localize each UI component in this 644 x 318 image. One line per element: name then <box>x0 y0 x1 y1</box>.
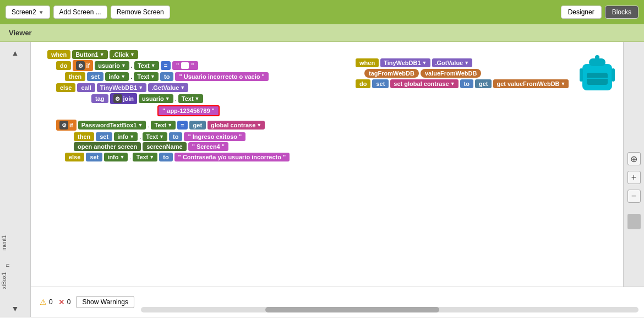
tag-block: tag <box>91 94 108 103</box>
then-block-1: then <box>65 72 85 81</box>
text-selector-1[interactable]: Text ▼ <box>134 61 159 70</box>
wrong-password-string[interactable]: " Contraseña y/o usuario incorrecto " <box>174 153 290 161</box>
call-block[interactable]: call <box>77 83 95 92</box>
to-block-4: to <box>460 79 473 88</box>
click-selector[interactable]: .Click ▼ <box>110 50 138 59</box>
secondary-block-group: when TinyWebDB1 ▼ .GotValue ▼ tagFromWeb… <box>356 58 569 89</box>
do-block-2: do <box>356 79 370 88</box>
h-scrollbar[interactable] <box>141 307 638 312</box>
to-block-2: to <box>169 132 182 141</box>
screen-name-block: screenName <box>143 142 186 151</box>
usuario-incorrecto-string[interactable]: " Usuario incorrecto o vacio " <box>175 72 268 81</box>
zoom-out-icon[interactable]: − <box>627 190 641 203</box>
to-block-3: to <box>159 153 172 161</box>
then-row-2: then set info ▼ . Text ▼ to <box>74 132 290 141</box>
trash-icon[interactable] <box>627 214 641 229</box>
viewer-header: Viewer <box>0 24 644 42</box>
do-row: do ⚙ if usuario ▼ . Text ▼ <box>56 60 290 71</box>
ingreso-exitoso-string[interactable]: " Ingreso exitoso " <box>184 132 245 141</box>
tinywebdb-selector-1[interactable]: TinyWebDB1 ▼ <box>97 83 146 92</box>
usuario-selector[interactable]: usuario ▼ <box>95 61 129 70</box>
usuario-selector-2[interactable]: usuario ▼ <box>139 94 173 103</box>
gear-icon[interactable]: ⚙ <box>76 61 85 70</box>
crosshair-icon[interactable]: ⊕ <box>627 152 641 165</box>
svg-rect-6 <box>612 68 615 82</box>
remove-screen-button[interactable]: Remove Screen <box>111 6 170 19</box>
global-contrase-selector[interactable]: global contrase ▼ <box>208 121 265 130</box>
when-button-row: when Button1 ▼ .Click ▼ <box>47 50 290 59</box>
text-selector-6[interactable]: Text ▼ <box>133 153 157 161</box>
then-row-1: then set info ▼ . Text ▼ to <box>65 72 290 81</box>
info-selector-2[interactable]: info ▼ <box>114 132 138 141</box>
then-block-2: then <box>74 132 94 141</box>
app-id-block[interactable]: " app-123456789 " <box>157 105 220 116</box>
info-selector-3[interactable]: info ▼ <box>104 153 128 161</box>
screen2-button[interactable]: Screen2 ▼ <box>6 6 50 19</box>
text-selector-4[interactable]: Text ▼ <box>151 121 176 130</box>
else-block-2: else <box>65 153 84 161</box>
dot-sep-3: . <box>175 95 177 102</box>
empty-string-1[interactable]: " " <box>172 61 198 70</box>
dot-sep-1: . <box>131 62 133 69</box>
when-tinywebdb-row: when TinyWebDB1 ▼ .GotValue ▼ <box>356 58 569 67</box>
dot-sep-4: . <box>148 122 149 128</box>
open-another-screen-block[interactable]: open another screen <box>74 142 141 151</box>
button1-selector[interactable]: Button1 ▼ <box>72 50 107 59</box>
if-password-row: ⚙ if PasswordTextBox1 ▼ . Text ▼ = <box>56 120 290 131</box>
tag-from-web-pill[interactable]: tagFromWebDB <box>364 69 419 78</box>
h-scrollbar-thumb[interactable] <box>265 307 439 312</box>
join-block[interactable]: ⚙ join <box>110 93 138 104</box>
dot-sep-2: . <box>130 73 132 80</box>
set-block-3[interactable]: set <box>86 153 102 161</box>
tag-value-params-row: tagFromWebDB valueFromWebDB <box>364 69 569 78</box>
text-selector-5[interactable]: Text ▼ <box>143 132 167 141</box>
toolbar: Screen2 ▼ Add Screen ... Remove Screen D… <box>0 0 644 24</box>
get-value-from-web-selector[interactable]: get valueFromWebDB ▼ <box>493 79 569 88</box>
get-block-2[interactable]: get <box>475 79 492 88</box>
open-screen-row: open another screen screenName " Screen4… <box>74 142 290 151</box>
backpack-icon <box>578 53 616 97</box>
to-block-1: to <box>160 72 173 81</box>
canvas-area: when Button1 ▼ .Click ▼ do <box>31 42 644 317</box>
if-block-2[interactable]: ⚙ if <box>56 120 77 131</box>
if-block[interactable]: ⚙ if <box>73 60 93 71</box>
tinywebdb-selector-2[interactable]: TinyWebDB1 ▼ <box>380 58 430 67</box>
text-selector-3[interactable]: Text ▼ <box>178 94 203 103</box>
add-screen-button[interactable]: Add Screen ... <box>53 6 107 19</box>
global-contrase-selector-2[interactable]: set global contrase ▼ <box>390 79 458 88</box>
left-sidebar: ▲ ment1 n xtBox1 ▼ <box>0 42 31 317</box>
value-from-web-pill[interactable]: valueFromWebDB <box>421 69 482 78</box>
text-selector-2[interactable]: Text ▼ <box>134 72 159 81</box>
equals-block-2[interactable]: = <box>177 121 187 130</box>
info-selector-1[interactable]: info ▼ <box>105 72 129 81</box>
else-row-1: else call TinyWebDB1 ▼ .GetValue ▼ <box>56 83 290 92</box>
show-warnings-button[interactable]: Show Warnings <box>76 296 134 308</box>
svg-rect-1 <box>589 58 605 66</box>
scroll-down[interactable]: ▼ <box>10 303 21 314</box>
screen4-string[interactable]: " Screen4 " <box>188 142 228 151</box>
app-id-row: " app-123456789 " <box>157 105 290 116</box>
dot-sep-5: . <box>139 133 141 140</box>
dot-sep-6: . <box>129 154 131 160</box>
zoom-in-icon[interactable]: + <box>627 171 641 184</box>
get-block[interactable]: get <box>189 121 206 130</box>
when-block[interactable]: when <box>47 50 70 59</box>
bottom-bar: ⚠ 0 ✕ 0 Show Warnings <box>31 287 644 317</box>
set-block-4[interactable]: set <box>372 79 389 88</box>
left-label-2: n <box>4 264 10 267</box>
gotvalue-selector[interactable]: .GotValue ▼ <box>432 58 473 67</box>
gear-icon-2[interactable]: ⚙ <box>113 94 122 103</box>
set-block-1[interactable]: set <box>87 72 103 81</box>
else-row-2: else set info ▼ . Text ▼ to <box>65 153 290 161</box>
getvalue-selector[interactable]: .GetValue ▼ <box>148 83 188 92</box>
scroll-up[interactable]: ▲ <box>10 47 21 58</box>
do-block: do <box>56 61 71 70</box>
password-selector[interactable]: PasswordTextBox1 ▼ <box>78 121 146 130</box>
designer-button[interactable]: Designer <box>561 6 602 19</box>
when-block-2[interactable]: when <box>356 58 379 67</box>
blocks-button[interactable]: Blocks <box>605 6 638 19</box>
gear-icon-3[interactable]: ⚙ <box>59 121 68 130</box>
blocks-workspace: when Button1 ▼ .Click ▼ do <box>31 42 644 317</box>
set-block-2[interactable]: set <box>96 132 112 141</box>
equals-block-1[interactable]: = <box>161 61 171 70</box>
